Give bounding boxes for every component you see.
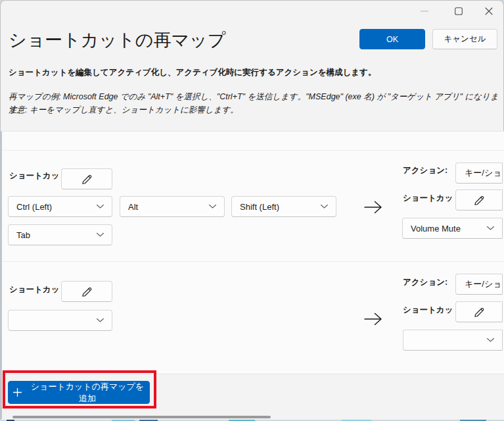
description-note: 注意: キーをマップし直すと、ショートカットに影響します。 <box>9 103 503 116</box>
row2-edit-shortcut-button[interactable] <box>61 281 112 302</box>
list-top-divider <box>1 150 504 151</box>
arrow-right-icon <box>363 198 383 216</box>
chevron-down-icon <box>209 205 216 209</box>
row2-action-label: アクション: <box>403 277 447 288</box>
footer-divider <box>1 374 504 374</box>
minimize-button[interactable] <box>416 4 433 18</box>
row1-key4-dropdown[interactable]: Tab <box>8 224 112 245</box>
edit-icon <box>81 285 93 298</box>
cancel-button[interactable]: キャンセル <box>432 29 497 49</box>
row1-key3-value: Shift (Left) <box>240 202 279 212</box>
edit-icon <box>473 306 486 318</box>
chevron-down-icon <box>321 205 328 209</box>
chevron-down-icon <box>97 233 104 237</box>
row1-action-dropdown[interactable]: キー/ショートカット <box>455 162 503 184</box>
ok-button[interactable]: OK <box>359 29 425 49</box>
close-button[interactable] <box>480 4 497 18</box>
page-title: ショートカットの再マップ <box>9 28 225 52</box>
plus-icon <box>12 387 22 397</box>
window-left-edge <box>1 132 2 419</box>
row1-target-value: Volume Mute <box>411 224 461 234</box>
row1-key3-dropdown[interactable]: Shift (Left) <box>231 196 336 217</box>
chevron-down-icon <box>487 338 494 342</box>
row2-target-dropdown[interactable] <box>403 330 503 351</box>
description-line1: ショートカットを編集してアクティブ化し、アクティブ化時に実行するアクションを構成… <box>9 67 497 78</box>
row1-key2-value: Alt <box>128 202 138 212</box>
close-icon <box>485 7 493 15</box>
row2-action-dropdown[interactable]: キー/ショートカット <box>455 274 503 295</box>
row1-action-label: アクション: <box>403 165 447 176</box>
row-divider <box>1 261 504 262</box>
arrow-right-icon <box>363 310 383 328</box>
maximize-button[interactable] <box>450 4 467 18</box>
row1-key1-value: Ctrl (Left) <box>16 202 52 212</box>
row1-action-value: キー/ショートカット <box>465 167 503 179</box>
horizontal-scrollbar[interactable] <box>12 416 271 418</box>
chevron-down-icon <box>487 226 494 230</box>
chevron-down-icon <box>97 205 104 209</box>
add-shortcut-remap-button[interactable]: ショートカットの再マップを追加 <box>8 381 150 404</box>
row2-edit-target-button[interactable] <box>455 301 503 322</box>
edit-icon <box>81 173 93 186</box>
row2-action-value: キー/ショートカット <box>465 278 503 290</box>
remap-shortcuts-dialog: ショートカットの再マップ OK キャンセル ショートカットを編集してアクティブ化… <box>0 0 504 420</box>
row2-key1-dropdown[interactable] <box>8 310 112 331</box>
chevron-down-icon <box>97 318 104 322</box>
row1-key1-dropdown[interactable]: Ctrl (Left) <box>8 196 112 217</box>
row1-key4-value: Tab <box>16 230 30 240</box>
row1-key2-dropdown[interactable]: Alt <box>120 196 225 217</box>
row1-edit-target-button[interactable] <box>455 189 503 210</box>
add-button-label: ショートカットの再マップを追加 <box>30 381 145 405</box>
maximize-icon <box>455 7 463 15</box>
row1-edit-shortcut-button[interactable] <box>61 168 112 189</box>
row1-target-dropdown[interactable]: Volume Mute <box>402 218 503 239</box>
edit-icon <box>473 194 486 207</box>
minimize-icon <box>421 11 428 12</box>
